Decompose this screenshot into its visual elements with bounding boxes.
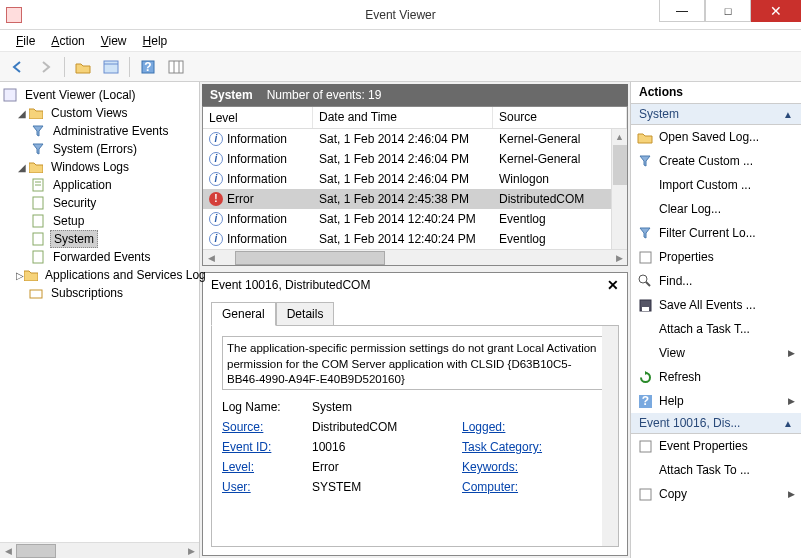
action-item[interactable]: Open Saved Log...	[631, 125, 801, 149]
tree-scrollbar-h[interactable]: ◀ ▶	[0, 542, 199, 558]
label-logged[interactable]: Logged:	[462, 420, 552, 434]
action-item[interactable]: Event Properties	[631, 434, 801, 458]
info-icon: i	[209, 172, 223, 186]
action-label: Clear Log...	[659, 202, 721, 216]
action-item[interactable]: Find...	[631, 269, 801, 293]
tree-setup[interactable]: Setup	[2, 212, 197, 230]
grid-scrollbar-v[interactable]: ▲	[611, 129, 627, 249]
table-body: iInformationSat, 1 Feb 2014 2:46:04 PMKe…	[203, 129, 627, 249]
action-item[interactable]: Import Custom ...	[631, 173, 801, 197]
action-icon	[637, 225, 653, 241]
action-label: Refresh	[659, 370, 701, 384]
folder-icon	[28, 105, 44, 121]
menu-view[interactable]: View	[93, 32, 135, 50]
label-task[interactable]: Task Category:	[462, 440, 552, 454]
svg-rect-4	[169, 61, 183, 73]
action-item[interactable]: ?Help▶	[631, 389, 801, 413]
collapse-icon[interactable]: ▲	[783, 109, 793, 120]
label-computer[interactable]: Computer:	[462, 480, 552, 494]
action-icon	[637, 177, 653, 193]
tree-subscriptions[interactable]: Subscriptions	[2, 284, 197, 302]
tab-general[interactable]: General	[211, 302, 276, 326]
table-row[interactable]: !ErrorSat, 1 Feb 2014 2:45:38 PMDistribu…	[203, 189, 627, 209]
action-label: Copy	[659, 487, 687, 501]
label-keywords[interactable]: Keywords:	[462, 460, 552, 474]
scrollbar-thumb[interactable]	[235, 251, 385, 265]
menu-action[interactable]: Action	[43, 32, 92, 50]
scroll-left-icon[interactable]: ◀	[203, 250, 219, 266]
action-item[interactable]: Clear Log...	[631, 197, 801, 221]
grid-scrollbar-h[interactable]: ◀ ▶	[203, 249, 627, 265]
scrollbar-thumb[interactable]	[613, 145, 627, 185]
action-label: Attach a Task T...	[659, 322, 750, 336]
table-row[interactable]: iInformationSat, 1 Feb 2014 12:40:24 PME…	[203, 209, 627, 229]
collapse-icon[interactable]: ◢	[16, 108, 28, 119]
tab-details[interactable]: Details	[276, 302, 335, 326]
label-user[interactable]: User:	[222, 480, 312, 494]
back-button[interactable]	[6, 55, 30, 79]
columns-icon[interactable]	[164, 55, 188, 79]
actions-section-event[interactable]: Event 10016, Dis... ▲	[631, 413, 801, 434]
open-folder-icon[interactable]	[71, 55, 95, 79]
menu-help[interactable]: Help	[135, 32, 176, 50]
label-eventid[interactable]: Event ID:	[222, 440, 312, 454]
table-row[interactable]: iInformationSat, 1 Feb 2014 2:46:04 PMWi…	[203, 169, 627, 189]
forward-button[interactable]	[34, 55, 58, 79]
tree-custom-views[interactable]: ◢ Custom Views	[2, 104, 197, 122]
table-header: Level Date and Time Source	[203, 107, 627, 129]
tree-admin-events[interactable]: Administrative Events	[2, 122, 197, 140]
action-item[interactable]: Refresh	[631, 365, 801, 389]
tree-application[interactable]: Application	[2, 176, 197, 194]
label-level[interactable]: Level:	[222, 460, 312, 474]
action-label: Create Custom ...	[659, 154, 753, 168]
scrollbar-thumb[interactable]	[16, 544, 56, 558]
col-source[interactable]: Source	[493, 107, 627, 128]
minimize-button[interactable]: —	[659, 0, 705, 22]
action-icon	[637, 297, 653, 313]
tree-windows-logs[interactable]: ◢ Windows Logs	[2, 158, 197, 176]
actions-section-system[interactable]: System ▲	[631, 104, 801, 125]
action-item[interactable]: Attach Task To ...	[631, 458, 801, 482]
action-icon	[637, 345, 653, 361]
action-item[interactable]: View▶	[631, 341, 801, 365]
tree-forwarded[interactable]: Forwarded Events	[2, 248, 197, 266]
action-icon	[637, 273, 653, 289]
action-item[interactable]: Create Custom ...	[631, 149, 801, 173]
scroll-right-icon[interactable]: ▶	[183, 543, 199, 559]
action-item[interactable]: Copy▶	[631, 482, 801, 506]
action-icon: ?	[637, 393, 653, 409]
collapse-icon[interactable]: ▲	[783, 418, 793, 429]
table-row[interactable]: iInformationSat, 1 Feb 2014 2:46:04 PMKe…	[203, 149, 627, 169]
tree-security[interactable]: Security	[2, 194, 197, 212]
close-button[interactable]: ✕	[751, 0, 801, 22]
detail-properties: Log Name: System Source: DistributedCOM …	[222, 400, 608, 494]
tree-system-errors[interactable]: System (Errors)	[2, 140, 197, 158]
action-item[interactable]: Save All Events ...	[631, 293, 801, 317]
expand-icon[interactable]: ▷	[16, 270, 24, 281]
collapse-icon[interactable]: ◢	[16, 162, 28, 173]
help-icon[interactable]: ?	[136, 55, 160, 79]
col-date[interactable]: Date and Time	[313, 107, 493, 128]
actions-title: Actions	[631, 82, 801, 104]
col-level[interactable]: Level	[203, 107, 313, 128]
label-source[interactable]: Source:	[222, 420, 312, 434]
action-item[interactable]: Filter Current Lo...	[631, 221, 801, 245]
scroll-right-icon[interactable]: ▶	[611, 250, 627, 266]
folder-icon	[28, 159, 44, 175]
table-row[interactable]: iInformationSat, 1 Feb 2014 12:40:24 PME…	[203, 229, 627, 249]
scroll-left-icon[interactable]: ◀	[0, 543, 16, 559]
detail-scrollbar-v[interactable]	[602, 326, 618, 546]
action-item[interactable]: Properties	[631, 245, 801, 269]
maximize-button[interactable]: □	[705, 0, 751, 22]
panel-icon[interactable]	[99, 55, 123, 79]
action-item[interactable]: Attach a Task T...	[631, 317, 801, 341]
menu-file[interactable]: File	[8, 32, 43, 50]
tree-system[interactable]: System	[2, 230, 197, 248]
svg-rect-11	[33, 197, 43, 209]
tree-root[interactable]: Event Viewer (Local)	[2, 86, 197, 104]
action-icon	[637, 438, 653, 454]
scroll-up-icon[interactable]: ▲	[612, 129, 627, 145]
tree-apps-services[interactable]: ▷ Applications and Services Log	[2, 266, 197, 284]
table-row[interactable]: iInformationSat, 1 Feb 2014 2:46:04 PMKe…	[203, 129, 627, 149]
detail-close-button[interactable]: ✕	[607, 277, 619, 293]
